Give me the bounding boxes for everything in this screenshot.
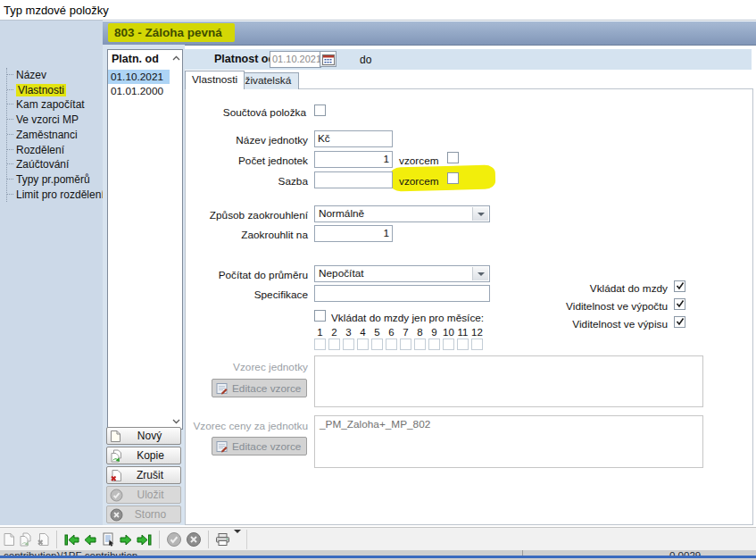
scroll-down-icon[interactable] (172, 419, 180, 424)
month-checkbox-6[interactable] (386, 339, 397, 350)
month-checkbox-7[interactable] (400, 339, 411, 350)
vzorec-ceny-textarea[interactable]: _PM_Zaloha+_MP_802 (314, 415, 703, 468)
zpusob-zaokrouhleni-label: Způsob zaokrouhlení (185, 209, 308, 221)
mesice-label: Vkládat do mzdy jen pro měsíce: (331, 312, 510, 324)
nav-first-icon[interactable] (63, 533, 79, 547)
pocet-vzorcem-checkbox[interactable] (447, 152, 459, 163)
vzorec-ceny-label: Vzorec ceny za jednotku (185, 420, 308, 432)
month-checkbox-2[interactable] (328, 339, 340, 350)
month-checkbox-8[interactable] (414, 339, 426, 350)
pocitat-do-prumeru-select[interactable]: Nepočítat (314, 265, 490, 282)
viditelnost-vypocet-checkbox[interactable] (674, 298, 685, 310)
sidebar-highlight: Vlastnosti (16, 84, 66, 96)
copy-button-label: Kopie (123, 449, 178, 462)
month-checkbox-11[interactable] (457, 339, 469, 350)
nazev-jednotky-input[interactable]: Kč (314, 130, 393, 147)
new-document-icon[interactable] (3, 532, 15, 547)
grid-selection-line (0, 556, 756, 558)
chevron-down-icon[interactable] (472, 267, 488, 280)
sidebar-item-kam-zapocitat[interactable]: Kam započítat (7, 97, 104, 113)
nav-next-icon[interactable] (119, 533, 133, 547)
checkbox-check-icon (675, 316, 685, 327)
sidebar-item-zauctovani[interactable]: Zaúčtování (7, 157, 104, 172)
item-header-bar: 803 - Záloha pevná (103, 21, 756, 46)
save-button[interactable]: Uložit (106, 486, 181, 504)
validity-to-label: do (360, 54, 371, 66)
calendar-icon (322, 54, 335, 65)
sidebar-item-nazev[interactable]: Název (7, 68, 104, 83)
month-checkbox-3[interactable] (343, 339, 354, 350)
sidebar-item-vlastnosti[interactable]: Vlastnosti (7, 83, 104, 98)
nazev-jednotky-label: Název jednotky (185, 134, 308, 146)
editace-vzorce-jednotky-button[interactable]: Editace vzorce (212, 379, 307, 397)
zpusob-zaokrouhleni-select[interactable]: Normálně (314, 205, 490, 222)
vkladat-do-mzdy-checkbox[interactable] (674, 280, 685, 292)
month-numbers-row: 123456789101112 (314, 326, 486, 339)
cancel-button[interactable]: Storno (106, 506, 181, 523)
new-document-icon (110, 430, 121, 443)
sazba-vzorcem-checkbox[interactable] (447, 172, 459, 184)
tab-vlastnosti[interactable]: Vlastnosti (185, 71, 245, 89)
month-checkbox-1[interactable] (314, 339, 326, 350)
scroll-up-icon[interactable] (172, 55, 180, 61)
toolbar-separator (159, 531, 160, 548)
dialog-top-border (0, 20, 756, 21)
month-checkbox-5[interactable] (371, 339, 383, 350)
cancel-circle-icon[interactable] (186, 531, 202, 547)
new-button-label: Nový (121, 430, 178, 442)
copy-button[interactable]: Kopie (106, 447, 181, 464)
formula-edit-icon (216, 440, 228, 453)
sazba-label: Sazba (185, 175, 308, 188)
pocet-jednotek-label: Počet jednotek (185, 155, 308, 167)
list-item[interactable]: 01.10.2021 (108, 70, 170, 84)
souctova-polozka-checkbox[interactable] (314, 104, 326, 116)
sidebar-item-limit-pro-rozdeleni[interactable]: Limit pro rozdělení (7, 188, 104, 203)
souctova-polozka-label: Součtová položka (185, 106, 306, 119)
specifikace-input[interactable] (314, 285, 490, 302)
save-button-label: Uložit (123, 489, 178, 501)
validity-history-list[interactable]: Platn. od 01.10.2021 01.01.2000 (107, 49, 183, 430)
printer-icon[interactable] (215, 532, 230, 547)
vzorec-jednotky-label: Vzorec jednotky (185, 361, 308, 373)
pocet-jednotek-input[interactable]: 1 (314, 151, 393, 168)
sidebar-tree: Název Vlastnosti Kam započítat Ve vzorci… (6, 68, 104, 202)
new-button[interactable]: Nový (106, 427, 181, 445)
chevron-down-icon[interactable] (472, 207, 488, 221)
month-checkbox-9[interactable] (428, 339, 440, 350)
pocitat-do-prumeru-value: Nepočítat (319, 267, 364, 280)
sazba-input[interactable] (314, 171, 393, 188)
list-item[interactable]: 01.01.2000 (108, 84, 170, 98)
mesice-checkbox[interactable] (314, 310, 326, 322)
typ-mzdove-polozky-window: Typ mzdové položky Název Vlastnosti Kam … (0, 0, 756, 560)
month-checkbox-10[interactable] (443, 339, 454, 350)
editace-vzorce-label: Editace vzorce (232, 440, 301, 453)
sidebar: Název Vlastnosti Kam započítat Ve vzorci… (0, 21, 103, 525)
record-list-icon[interactable] (101, 532, 115, 547)
delete-icon[interactable] (37, 532, 50, 547)
sidebar-item-typy-pr-pomeru[interactable]: Typy pr.poměrů (7, 172, 104, 188)
viditelnost-vypis-checkbox[interactable] (674, 316, 685, 328)
editace-vzorce-ceny-button[interactable]: Editace vzorce (212, 437, 307, 456)
zaokrouhlit-na-input[interactable]: 1 (314, 225, 393, 242)
nav-last-icon[interactable] (137, 533, 153, 547)
month-checkbox-12[interactable] (471, 339, 483, 350)
validity-from-input[interactable]: 01.10.2021 (270, 51, 321, 68)
checkbox-check-icon (675, 298, 685, 309)
sidebar-item-zamestnanci[interactable]: Zaměstnanci (7, 128, 104, 143)
confirm-circle-icon[interactable] (166, 531, 182, 547)
calendar-button[interactable] (320, 51, 336, 67)
zaokrouhlit-na-label: Zaokrouhlit na (185, 229, 308, 241)
vzorec-jednotky-textarea[interactable] (314, 355, 703, 407)
sidebar-item-rozdeleni[interactable]: Rozdělení (7, 143, 104, 158)
month-checkbox-4[interactable] (357, 339, 369, 350)
sidebar-item-ve-vzorci-mp[interactable]: Ve vzorci MP (7, 113, 104, 128)
delete-button-label: Zrušit (122, 469, 178, 481)
delete-button[interactable]: Zrušit (106, 466, 181, 484)
copy-icon[interactable] (19, 532, 33, 547)
nav-prev-icon[interactable] (83, 533, 97, 547)
copy-icon (110, 449, 123, 463)
toolbar-separator (208, 531, 209, 548)
vkladat-do-mzdy-label: Vkládat do mzdy (500, 282, 668, 295)
cancel-circle-icon (110, 508, 123, 522)
pocitat-do-prumeru-label: Počítat do průměru (185, 269, 308, 281)
